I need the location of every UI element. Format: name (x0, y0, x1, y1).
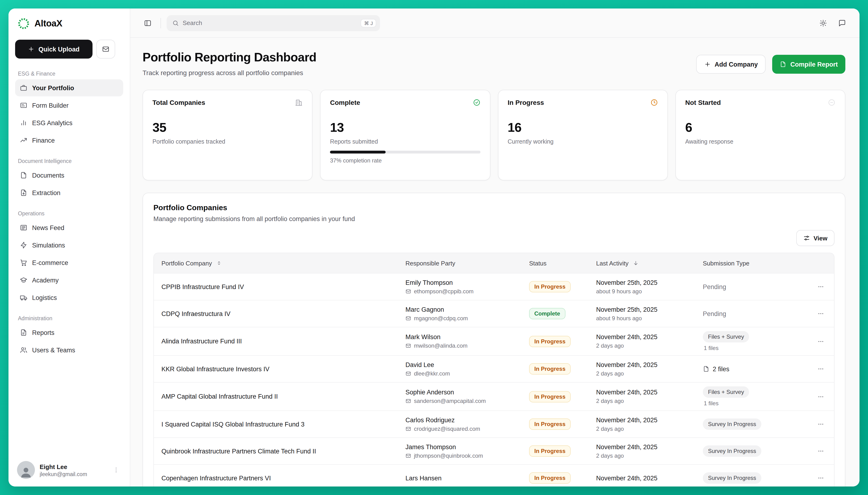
plus-icon (704, 61, 711, 68)
responsible-party-cell: James Thompsonjthompson@quinbrook.com (401, 443, 525, 459)
add-company-button[interactable]: Add Company (696, 55, 766, 74)
app-window: AltoaX Quick Upload ESG & FinanceYour Po… (8, 8, 860, 487)
submission-type-badge: Survey In Progress (703, 419, 761, 430)
sidebar-item-label: Finance (32, 137, 55, 144)
bar-chart-icon (20, 119, 28, 126)
sort-activity-button[interactable] (631, 259, 640, 267)
responsible-party-cell: Carlos Rodriguezcrodriguez@isquared.com (401, 416, 525, 432)
sidebar-item-label: Academy (32, 276, 59, 284)
table-row[interactable]: I Squared Capital ISQ Global Infrastruct… (154, 410, 834, 438)
sidebar-item-form-builder[interactable]: Form Builder (15, 97, 123, 114)
company-name: Copenhagen Infrastructure Partners VI (154, 475, 401, 481)
row-menu-button[interactable] (814, 472, 828, 484)
company-name: CPPIB Infrastructure Fund IV (154, 283, 401, 290)
search-shortcut-badge: ⌘ J (361, 19, 376, 27)
stat-value: 6 (685, 120, 836, 135)
nav-section-label: Document Intelligence (18, 158, 120, 164)
stat-value: 35 (153, 120, 303, 135)
inbox-button[interactable] (96, 40, 115, 58)
main-area: ⌘ J Portfolio Reporting Dashboard Track … (130, 8, 860, 487)
sidebar-item-academy[interactable]: Academy (15, 272, 123, 289)
sidebar-toggle-button[interactable] (141, 16, 155, 30)
contact-name: Sophie Anderson (405, 389, 520, 396)
row-menu-button[interactable] (814, 444, 828, 458)
search-input[interactable] (183, 19, 357, 27)
arrow-down-icon (633, 260, 638, 266)
status-cell: In Progress (525, 419, 591, 430)
table-row[interactable]: KKR Global Infrastructure Investors IVDa… (154, 355, 834, 382)
table-row[interactable]: Alinda Infrastructure Fund IIIMark Wilso… (154, 327, 834, 355)
contact-name: Emily Thompson (405, 279, 520, 286)
table-row[interactable]: Copenhagen Infrastructure Partners VILar… (154, 464, 834, 487)
submission-type-cell: Files + Survey1 files (698, 331, 808, 352)
sidebar-item-reports[interactable]: Reports (15, 324, 123, 341)
row-actions-cell (808, 362, 834, 376)
row-menu-button[interactable] (814, 417, 828, 431)
sidebar-item-extraction[interactable]: Extraction (15, 184, 123, 201)
sort-company-button[interactable] (215, 259, 223, 267)
sidebar-item-e-commerce[interactable]: E-commerce (15, 254, 123, 271)
sidebar-item-logistics[interactable]: Logistics (15, 289, 123, 306)
contact-name: James Thompson (405, 443, 520, 450)
table-row[interactable]: CDPQ Infraestructura IVMarc Gagnonmgagno… (154, 300, 834, 327)
sidebar-item-esg-analytics[interactable]: ESG Analytics (15, 114, 123, 131)
status-cell: In Progress (525, 445, 591, 457)
sidebar-item-label: ESG Analytics (32, 119, 72, 126)
table-body: CPPIB Infrastructure Fund IVEmily Thomps… (154, 273, 834, 487)
stat-label: Total Companies (153, 99, 205, 106)
contact-email: crodriguez@isquared.com (405, 425, 520, 432)
compile-report-label: Compile Report (790, 61, 838, 68)
newspaper-icon (20, 224, 28, 232)
feedback-button[interactable] (835, 16, 849, 30)
contact-email: ethompson@cppib.com (405, 288, 520, 294)
table-row[interactable]: AMP Capital Global Infrastructure Fund I… (154, 382, 834, 410)
clock-icon (651, 99, 658, 106)
submission-type-cell: Pending (698, 309, 808, 318)
sidebar-item-documents[interactable]: Documents (15, 167, 123, 184)
contact-email-text: sanderson@ampcapital.com (414, 398, 486, 404)
sidebar-item-label: Simulations (32, 242, 65, 249)
sidebar-item-simulations[interactable]: Simulations (15, 237, 123, 254)
activity-date: November 24th, 2025 (596, 361, 693, 368)
row-menu-button[interactable] (814, 362, 828, 376)
sidebar-item-news-feed[interactable]: News Feed (15, 219, 123, 236)
submission-type-cell: Pending (698, 283, 808, 291)
completion-progress-bar (330, 151, 480, 154)
contact-name: Carlos Rodriguez (405, 416, 520, 424)
responsible-party-cell: Sophie Andersonsanderson@ampcapital.com (401, 389, 525, 404)
activity-relative-time: about 9 hours ago (596, 288, 693, 294)
header-actions: Add Company Compile Report (696, 55, 845, 74)
column-last-activity: Last Activity (591, 259, 698, 267)
user-name: Eight Lee (40, 463, 87, 470)
mail-icon (405, 315, 411, 321)
row-menu-button[interactable] (814, 307, 828, 320)
column-label: Submission Type (703, 259, 749, 267)
row-actions-cell (808, 280, 834, 293)
row-menu-button[interactable] (814, 390, 828, 403)
table-row[interactable]: Quinbrook Infrastructure Partners Climat… (154, 438, 834, 464)
row-menu-button[interactable] (814, 280, 828, 293)
user-menu-button[interactable] (111, 465, 121, 475)
sidebar-item-your-portfolio[interactable]: Your Portfolio (15, 79, 123, 96)
column-label: Portfolio Company (161, 259, 212, 267)
sidebar-item-users-teams[interactable]: Users & Teams (15, 341, 123, 358)
table-row[interactable]: CPPIB Infrastructure Fund IVEmily Thomps… (154, 273, 834, 300)
quick-upload-button[interactable]: Quick Upload (15, 40, 92, 58)
submission-type-cell: Survey In Progress (698, 472, 808, 484)
user-card[interactable]: Eight Lee jleekun@gmail.com (15, 458, 123, 480)
activity-relative-time: 2 days ago (596, 425, 693, 432)
mail-icon (405, 288, 411, 294)
compile-report-button[interactable]: Compile Report (773, 55, 845, 74)
contact-email: mwilson@alinda.com (405, 342, 520, 349)
row-menu-button[interactable] (814, 335, 828, 348)
submission-type-cell: Files + Survey1 files (698, 386, 808, 407)
stat-card-total-companies: Total Companies35Portfolio companies tra… (143, 90, 313, 181)
theme-toggle-button[interactable] (816, 16, 830, 30)
search-box[interactable]: ⌘ J (166, 15, 380, 31)
view-options-button[interactable]: View (796, 230, 834, 246)
companies-table: Portfolio Company Responsible Party Stat… (154, 253, 834, 487)
activity-date: November 25th, 2025 (596, 306, 693, 313)
more-horizontal-icon (817, 448, 824, 455)
sidebar-item-finance[interactable]: Finance (15, 132, 123, 149)
mail-icon (405, 453, 411, 458)
